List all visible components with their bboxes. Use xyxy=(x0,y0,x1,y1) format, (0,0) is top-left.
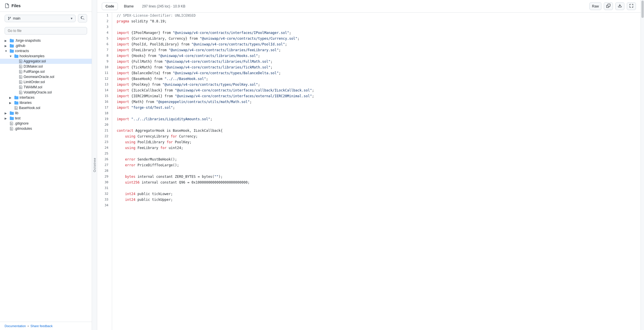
line-number: 1 xyxy=(101,13,108,18)
git-branch-icon xyxy=(8,17,11,20)
search-button[interactable] xyxy=(78,14,87,22)
tree-item-geomean[interactable]: ▶ GeomeanOracle.sol xyxy=(0,74,92,79)
tree-item-gitignore[interactable]: ▶ .gitignore xyxy=(0,121,92,126)
line-number: 13 xyxy=(101,82,108,87)
line-number: 14 xyxy=(101,87,108,93)
line-number: 29 xyxy=(101,174,108,180)
files-icon xyxy=(5,3,9,8)
line-numbers: 1234567891011121314151617181920212223242… xyxy=(97,13,112,330)
sidebar-header: Files xyxy=(0,0,92,12)
tree-item-hooks-examples[interactable]: ▼ hooks/examples xyxy=(0,54,92,59)
line-number: 16 xyxy=(101,99,108,105)
tree-item-label: D3Maker.sol xyxy=(24,64,43,68)
tree-item-basehook[interactable]: ▶ BaseHook.sol xyxy=(0,105,92,110)
file-icon xyxy=(14,106,18,110)
tree-item-label: .github xyxy=(15,44,25,48)
folder-open-icon xyxy=(14,54,18,58)
line-number: 3 xyxy=(101,24,108,30)
code-line xyxy=(117,168,636,174)
code-line: import {TickMath} from "@uniswap/v4-core… xyxy=(117,64,636,70)
tree-item-libraries[interactable]: ▶ libraries xyxy=(0,100,92,105)
expand-button[interactable] xyxy=(627,2,636,10)
code-line xyxy=(117,151,636,157)
tree-item-contracts[interactable]: ▼ contracts xyxy=(0,48,92,54)
tree-item-aggregator[interactable]: ▶ Aggregator.sol xyxy=(0,59,92,64)
code-line: import {BaseHook} from "../../BaseHook.s… xyxy=(117,76,636,82)
code-line xyxy=(117,185,636,191)
line-number: 7 xyxy=(101,47,108,53)
documentation-link[interactable]: Documentation xyxy=(5,324,26,328)
code-header: Code Blame 297 lines (245 loc) · 10.9 KB… xyxy=(97,0,641,13)
file-icon xyxy=(10,127,13,131)
line-number: 33 xyxy=(101,197,108,203)
tree-item-label: LimitOrder.sol xyxy=(24,80,45,84)
main-content: Code Blame 297 lines (245 loc) · 10.9 KB… xyxy=(97,0,641,330)
line-number: 20 xyxy=(101,122,108,128)
copy-button[interactable] xyxy=(604,2,613,10)
file-info: 297 lines (245 loc) · 10.9 KB xyxy=(142,4,185,8)
file-icon xyxy=(19,90,22,94)
tree-item-label: TWAMM.sol xyxy=(24,85,42,89)
branch-name: main xyxy=(13,16,20,20)
tree-item-label: BaseHook.sol xyxy=(19,106,40,110)
code-line: using CurrencyLibrary for Currency; xyxy=(117,133,636,139)
download-button[interactable] xyxy=(615,2,624,10)
scrollbar[interactable] xyxy=(641,0,644,330)
tree-item-label: test xyxy=(15,116,20,120)
tree-item-interfaces[interactable]: ▶ interfaces xyxy=(0,95,92,100)
tree-item-limitorder[interactable]: ▶ LimitOrder.sol xyxy=(0,79,92,85)
code-container: 1234567891011121314151617181920212223242… xyxy=(97,13,641,330)
tree-item-volatility[interactable]: ▶ VolatilityOracle.sol xyxy=(0,90,92,95)
line-number: 27 xyxy=(101,162,108,168)
code-line: import {BalanceDelta} from "@uniswap/v4-… xyxy=(117,70,636,76)
tree-item-lib[interactable]: ▶ lib xyxy=(0,110,92,116)
line-number: 30 xyxy=(101,180,108,185)
octotree-panel[interactable]: Octotree xyxy=(92,0,97,330)
code-line: error PriceDiffTooLarge(); xyxy=(117,162,636,168)
code-lines[interactable]: // SPDX-License-Identifier: UNLICENSEDpr… xyxy=(112,13,641,330)
tree-item-label: .forge-snapshots xyxy=(15,39,41,43)
line-number: 15 xyxy=(101,93,108,99)
code-line: using FeeLibrary for uint24; xyxy=(117,145,636,151)
tree-item-fullrange[interactable]: ▶ FullRange.sol xyxy=(0,69,92,74)
branch-button[interactable]: main ▾ xyxy=(5,15,76,22)
file-icon xyxy=(19,70,22,74)
code-line: bytes internal constant ZERO_BYTES = byt… xyxy=(117,174,636,180)
code-line: import {PoolId, PoolIdLibrary} from "@un… xyxy=(117,41,636,47)
tree-item-forge-snapshots[interactable]: ▶ .forge-snapshots xyxy=(0,38,92,43)
tree-item-test[interactable]: ▶ test xyxy=(0,116,92,121)
code-line: import "forge-std/Test.sol"; xyxy=(117,105,636,110)
sidebar-title: Files xyxy=(12,3,21,8)
code-line: // SPDX-License-Identifier: UNLICENSED xyxy=(117,13,636,18)
tree-item-label: FullRange.sol xyxy=(24,70,45,74)
code-line: import {Math} from "@openzeppelin/contra… xyxy=(117,99,636,105)
code-line: import {Hooks} from "@uniswap/v4-core/co… xyxy=(117,53,636,59)
file-icon xyxy=(19,80,22,84)
go-to-file-input[interactable] xyxy=(5,27,87,35)
tree-item-label: interfaces xyxy=(20,96,34,100)
code-line: int24 public tickLower; xyxy=(117,191,636,197)
expand-icon xyxy=(629,4,633,8)
search-icon xyxy=(80,16,85,20)
code-line: pragma solidity ^0.8.19; xyxy=(117,18,636,24)
tab-code[interactable]: Code xyxy=(102,3,118,10)
file-icon xyxy=(19,85,22,89)
search-bar xyxy=(5,27,87,35)
tree-item-d3maker[interactable]: ▶ D3Maker.sol xyxy=(0,64,92,69)
file-icon xyxy=(19,59,22,63)
share-feedback-link[interactable]: Share feedback xyxy=(30,324,53,328)
tree-item-gitmodules[interactable]: ▶ .gitmodules xyxy=(0,126,92,131)
folder-icon xyxy=(14,96,18,100)
code-line: import {PoolKey} from "@uniswap/v4-core/… xyxy=(117,82,636,87)
scrollbar-thumb[interactable] xyxy=(641,1,644,18)
tree-item-github[interactable]: ▶ .github xyxy=(0,43,92,48)
tree-item-label: hooks/examples xyxy=(20,54,45,58)
octotree-label: Octotree xyxy=(93,155,96,174)
tab-blame[interactable]: Blame xyxy=(120,3,137,10)
code-line xyxy=(117,122,636,128)
header-actions: Raw xyxy=(589,2,636,10)
line-number: 34 xyxy=(101,203,108,208)
raw-button[interactable]: Raw xyxy=(589,2,601,10)
chevron-down-icon: ▼ xyxy=(9,55,13,58)
tree-item-twamm[interactable]: ▶ TWAMM.sol xyxy=(0,85,92,90)
